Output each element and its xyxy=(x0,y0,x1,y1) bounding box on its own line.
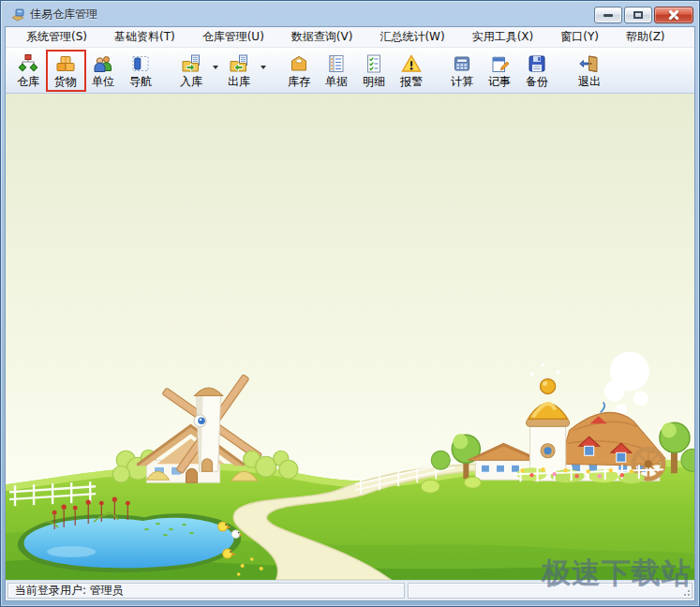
main-canvas xyxy=(6,94,694,580)
client-area: 系统管理(S) 基础资料(T) 仓库管理(U) 数据查询(V) 汇总统计(W) … xyxy=(5,26,695,601)
navigation-label: 导航 xyxy=(129,76,152,87)
maximize-button[interactable] xyxy=(624,7,652,23)
warehouse-label: 仓库 xyxy=(17,76,39,87)
toolbar: 仓库 货物 xyxy=(6,48,694,94)
notes-label: 记事 xyxy=(488,76,511,87)
landscape-illustration xyxy=(6,94,694,580)
exit-button[interactable]: 退出 xyxy=(571,50,608,91)
maximize-icon xyxy=(633,11,643,19)
toolbar-group-io: 入库 出库 xyxy=(172,50,268,91)
detail-button[interactable]: 明细 xyxy=(355,50,393,91)
units-people-icon xyxy=(93,53,113,74)
menu-help[interactable]: 帮助(Z) xyxy=(617,26,675,48)
goods-label: 货物 xyxy=(54,76,77,87)
chevron-down-icon xyxy=(261,66,266,69)
stock-out-dropdown[interactable] xyxy=(258,50,268,91)
inventory-button[interactable]: 库存 xyxy=(280,50,318,91)
close-button[interactable] xyxy=(654,7,693,23)
documents-label: 单据 xyxy=(325,76,348,87)
status-right-panel xyxy=(408,583,693,599)
status-user-panel: 当前登录用户: 管理员 xyxy=(7,583,405,599)
resize-grip[interactable] xyxy=(679,585,691,597)
menu-query[interactable]: 数据查询(V) xyxy=(282,26,363,48)
backup-label: 备份 xyxy=(526,76,548,87)
units-button[interactable]: 单位 xyxy=(84,50,122,91)
exit-label: 退出 xyxy=(578,76,601,87)
stock-in-icon xyxy=(181,53,201,74)
status-bar: 当前登录用户: 管理员 xyxy=(6,580,694,600)
units-label: 单位 xyxy=(92,76,114,87)
navigation-panel-icon xyxy=(130,53,151,74)
backup-disk-icon xyxy=(527,53,547,74)
app-icon xyxy=(10,7,25,22)
title-bar[interactable]: 佳易仓库管理 xyxy=(5,1,695,26)
alert-button[interactable]: 报警 xyxy=(393,50,430,91)
warehouse-hierarchy-icon xyxy=(18,53,38,74)
minimize-button[interactable] xyxy=(594,7,622,23)
notes-notepad-icon xyxy=(489,53,510,74)
toolbar-group-exit: 退出 xyxy=(571,50,608,91)
calculator-icon xyxy=(452,53,472,74)
menu-tools[interactable]: 实用工具(X) xyxy=(463,26,544,48)
menu-summary[interactable]: 汇总统计(W) xyxy=(370,26,454,48)
notes-button[interactable]: 记事 xyxy=(481,50,518,91)
window-controls xyxy=(594,7,693,23)
menu-system[interactable]: 系统管理(S) xyxy=(17,26,97,48)
toolbar-group-master: 仓库 货物 xyxy=(9,50,159,91)
close-icon xyxy=(668,9,679,21)
stock-out-icon xyxy=(229,53,249,74)
alert-label: 报警 xyxy=(400,76,423,87)
detail-label: 明细 xyxy=(363,76,385,87)
stock-in-button[interactable]: 入库 xyxy=(172,50,210,91)
goods-button[interactable]: 货物 xyxy=(47,50,84,91)
window-title: 佳易仓库管理 xyxy=(30,7,97,22)
app-window: 佳易仓库管理 系统管理(S) 基础资料(T) 仓库管理(U) 数据查询(V) 汇… xyxy=(0,0,700,607)
documents-list-icon xyxy=(326,53,347,74)
chevron-down-icon xyxy=(213,66,218,69)
alert-warning-icon xyxy=(401,53,422,74)
inventory-box-icon xyxy=(289,53,309,74)
detail-checklist-icon xyxy=(364,53,384,74)
inventory-label: 库存 xyxy=(288,76,310,87)
navigation-button[interactable]: 导航 xyxy=(122,50,159,91)
menu-bar: 系统管理(S) 基础资料(T) 仓库管理(U) 数据查询(V) 汇总统计(W) … xyxy=(6,27,694,48)
calculator-button[interactable]: 计算 xyxy=(443,50,481,91)
exit-door-icon xyxy=(579,53,600,74)
menu-window[interactable]: 窗口(Y) xyxy=(551,26,608,48)
current-user-text: 当前登录用户: 管理员 xyxy=(15,583,124,599)
toolbar-group-data: 库存 单据 xyxy=(280,50,430,91)
documents-button[interactable]: 单据 xyxy=(318,50,355,91)
stock-out-label: 出库 xyxy=(228,76,250,87)
minimize-icon xyxy=(603,14,613,17)
calculator-label: 计算 xyxy=(451,76,473,87)
goods-boxes-icon xyxy=(55,53,76,74)
stock-in-label: 入库 xyxy=(180,76,202,87)
toolbar-group-utils: 计算 记事 xyxy=(443,50,556,91)
menu-basedata[interactable]: 基础资料(T) xyxy=(105,26,185,48)
stock-in-dropdown[interactable] xyxy=(210,50,220,91)
stock-out-button[interactable]: 出库 xyxy=(220,50,258,91)
menu-warehouse[interactable]: 仓库管理(U) xyxy=(193,26,274,48)
backup-button[interactable]: 备份 xyxy=(518,50,556,91)
warehouse-button[interactable]: 仓库 xyxy=(9,50,47,91)
